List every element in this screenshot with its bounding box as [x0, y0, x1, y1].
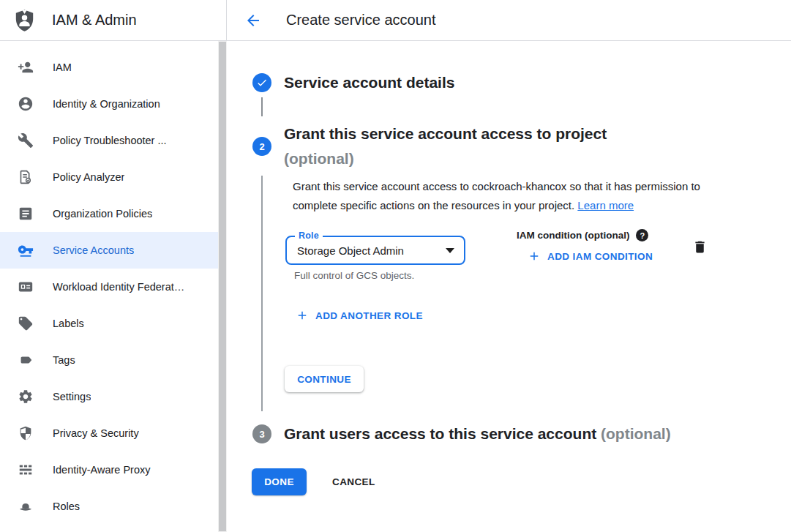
wrench-icon — [18, 132, 34, 149]
done-button[interactable]: DONE — [252, 468, 307, 495]
sidebar-item-settings[interactable]: Settings — [0, 378, 218, 415]
sidebar-scrollbar[interactable] — [218, 41, 227, 532]
sidebar-item-identity-organization[interactable]: Identity & Organization — [0, 86, 218, 122]
role-helper-text: Full control of GCS objects. — [294, 270, 414, 281]
step3-title-text: Grant users access to this service accou… — [284, 425, 596, 442]
hat-icon — [18, 498, 34, 514]
role-select-value: Storage Object Admin — [297, 244, 404, 257]
sidebar-item-label: Policy Troubleshooter ... — [53, 135, 167, 146]
iam-condition-label: IAM condition (optional) — [517, 230, 629, 241]
article-icon — [18, 206, 34, 222]
learn-more-link[interactable]: Learn more — [577, 199, 634, 211]
top-header: IAM & Admin Create service account — [0, 0, 791, 41]
continue-button[interactable]: CONTINUE — [285, 366, 364, 392]
shield-icon — [18, 425, 34, 441]
page-title: Create service account — [286, 12, 436, 29]
add-iam-condition-button[interactable]: ADD IAM CONDITION — [528, 250, 653, 263]
sidebar-item-label: Privacy & Security — [53, 427, 139, 439]
step2-title: Grant this service account access to pro… — [284, 121, 694, 171]
sidebar-item-label: Identity-Aware Proxy — [53, 464, 151, 476]
sidebar-item-labels[interactable]: Labels — [0, 305, 218, 342]
step3-title-optional: (optional) — [601, 425, 671, 442]
step3-number-badge: 3 — [252, 424, 271, 443]
add-another-role-label: ADD ANOTHER ROLE — [315, 310, 423, 321]
sidebar-item-label: Roles — [53, 501, 80, 512]
sidebar-item-policy-analyzer[interactable]: Policy Analyzer — [0, 159, 218, 195]
sidebar-item-label: Organization Policies — [53, 208, 152, 220]
service-account-key-icon — [18, 242, 34, 258]
step-connector-line — [261, 97, 263, 116]
step2-title-text: Grant this service account access to pro… — [284, 125, 607, 142]
gear-icon — [18, 389, 34, 405]
sidebar-item-label: IAM — [53, 61, 72, 73]
dropdown-arrow-icon — [446, 248, 454, 253]
back-arrow-icon[interactable] — [244, 11, 263, 30]
sidebar-item-roles[interactable]: Roles — [0, 488, 218, 525]
sidebar-scrollbar-thumb[interactable] — [219, 42, 226, 531]
delete-role-trash-icon[interactable] — [692, 239, 708, 255]
sidebar-item-label: Service Accounts — [53, 244, 134, 256]
tag-arrow-icon — [18, 352, 34, 368]
sidebar-item-label: Workload Identity Federat… — [53, 281, 184, 293]
app-title: IAM & Admin — [52, 12, 137, 29]
sidebar-item-label: Labels — [53, 318, 84, 329]
sidebar-item-label: Settings — [53, 391, 91, 402]
step2-title-optional: (optional) — [284, 146, 694, 171]
iam-admin-shield-logo-icon — [12, 8, 37, 32]
help-icon[interactable]: ? — [636, 229, 648, 241]
step1-completed-check-icon — [252, 73, 271, 92]
step1-title: Service account details — [284, 73, 454, 92]
policy-analyzer-icon — [18, 169, 34, 185]
step2-number-badge: 2 — [252, 137, 271, 156]
sidebar-item-iam[interactable]: IAM — [0, 49, 218, 86]
plus-icon — [296, 309, 309, 322]
sidebar-item-service-accounts[interactable]: Service Accounts — [0, 232, 218, 269]
sidebar-item-organization-policies[interactable]: Organization Policies — [0, 195, 218, 232]
step3-title: Grant users access to this service accou… — [284, 424, 671, 444]
app-header-section: IAM & Admin — [0, 0, 227, 41]
sidebar-item-policy-troubleshooter[interactable]: Policy Troubleshooter ... — [0, 122, 218, 159]
sidebar-item-label: Policy Analyzer — [53, 171, 124, 183]
role-select-label: Role — [295, 231, 323, 241]
proxy-grid-icon — [18, 462, 34, 478]
role-select[interactable]: Role Storage Object Admin — [285, 236, 465, 265]
sidebar-nav: IAM Identity & Organization Policy Troub… — [0, 41, 218, 532]
sidebar-item-label: Tags — [53, 354, 75, 366]
label-tag-icon — [18, 315, 34, 331]
step2-description-text: Grant this service account access to coc… — [293, 180, 700, 211]
sidebar-item-tags[interactable]: Tags — [0, 342, 218, 378]
add-another-role-button[interactable]: ADD ANOTHER ROLE — [296, 309, 423, 322]
step2-description: Grant this service account access to coc… — [293, 177, 732, 214]
person-add-icon — [18, 59, 34, 75]
cancel-button[interactable]: CANCEL — [325, 468, 383, 495]
step-connector-line — [261, 176, 263, 411]
sidebar-item-privacy-security[interactable]: Privacy & Security — [0, 415, 218, 452]
sidebar-item-identity-aware-proxy[interactable]: Identity-Aware Proxy — [0, 452, 218, 488]
sidebar-item-label: Identity & Organization — [53, 98, 160, 110]
plus-icon — [528, 250, 541, 263]
add-iam-condition-label: ADD IAM CONDITION — [547, 251, 653, 262]
main-content: Service account details 2 Grant this ser… — [227, 41, 791, 532]
sidebar-item-workload-identity-federation[interactable]: Workload Identity Federat… — [0, 269, 218, 305]
iam-condition-header: IAM condition (optional) ? — [517, 229, 648, 241]
badge-card-icon — [18, 279, 34, 295]
page-header-section: Create service account — [227, 0, 791, 41]
account-circle-icon — [18, 96, 34, 112]
